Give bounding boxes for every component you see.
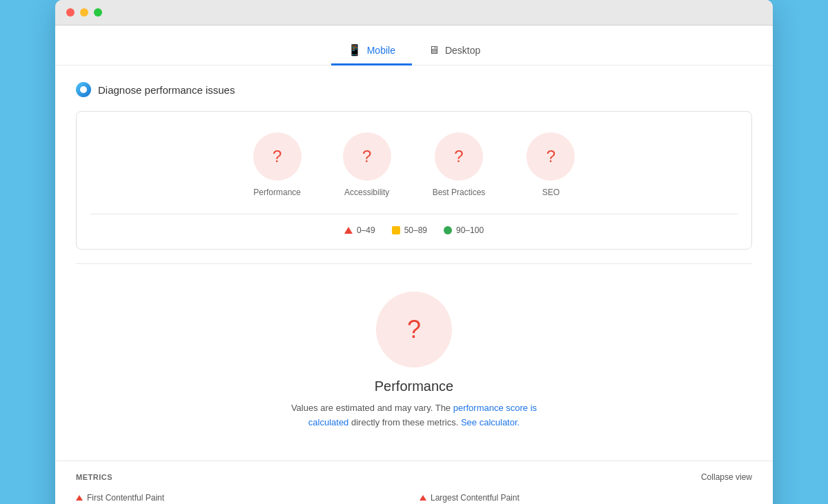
- tab-desktop-label: Desktop: [445, 45, 480, 56]
- browser-window: 📱 Mobile 🖥 Desktop Diagnose performance …: [55, 0, 773, 504]
- performance-section: ? Performance Values are estimated and m…: [76, 278, 752, 444]
- tab-mobile-label: Mobile: [367, 45, 395, 56]
- tabs-container: 📱 Mobile 🖥 Desktop: [55, 26, 773, 65]
- metric-name-lcp: Largest Contentful Paint: [431, 493, 520, 503]
- legend-item-medium: 50–89: [392, 225, 427, 235]
- metric-item-fcp: First Contentful Paint Error!: [76, 493, 408, 504]
- tab-desktop[interactable]: 🖥 Desktop: [412, 37, 497, 65]
- perf-question-symbol: ?: [407, 315, 421, 344]
- perf-desc-middle: directly from these metrics.: [348, 417, 461, 427]
- score-symbol-seo: ?: [546, 147, 555, 166]
- metric-triangle-fcp: [76, 495, 83, 501]
- browser-content: 📱 Mobile 🖥 Desktop Diagnose performance …: [55, 26, 773, 504]
- desktop-icon: 🖥: [428, 44, 440, 57]
- tab-mobile[interactable]: 📱 Mobile: [331, 37, 412, 65]
- legend-row: 0–49 50–89 90–100: [90, 214, 738, 235]
- diagnose-row: Diagnose performance issues: [76, 82, 752, 97]
- main-content: Diagnose performance issues ? Performanc…: [55, 65, 773, 461]
- score-item-performance: ? Performance: [253, 132, 302, 197]
- score-item-best-practices: ? Best Practices: [433, 132, 486, 197]
- score-symbol-accessibility: ?: [362, 147, 371, 166]
- metrics-section: METRICS Collapse view First Contentful P…: [55, 461, 773, 504]
- metrics-section-label: METRICS: [76, 473, 112, 481]
- traffic-light-green[interactable]: [94, 8, 102, 17]
- metrics-grid: First Contentful Paint Error! Largest Co…: [76, 493, 752, 504]
- score-item-seo: ? SEO: [526, 132, 575, 197]
- metrics-header: METRICS Collapse view: [76, 472, 752, 482]
- score-label-best-practices: Best Practices: [433, 188, 486, 197]
- perf-circle-large: ?: [376, 292, 452, 367]
- perf-calculator-link[interactable]: See calculator.: [461, 417, 520, 427]
- legend-square-icon: [392, 226, 400, 234]
- diagnose-icon: [76, 82, 91, 97]
- legend-circle-icon: [444, 226, 452, 234]
- metric-triangle-lcp: [420, 495, 426, 501]
- legend-range-low: 0–49: [357, 225, 375, 235]
- score-symbol-best-practices: ?: [454, 147, 463, 166]
- perf-description: Values are estimated and may vary. The p…: [276, 401, 552, 430]
- metric-name-row-lcp: Largest Contentful Paint: [420, 493, 752, 503]
- traffic-light-yellow[interactable]: [80, 8, 88, 17]
- scores-panel: ? Performance ? Accessibility ?: [76, 111, 752, 250]
- score-symbol-performance: ?: [273, 147, 282, 166]
- score-circle-best-practices: ?: [435, 132, 483, 181]
- legend-range-medium: 50–89: [404, 225, 427, 235]
- diagnose-text: Diagnose performance issues: [98, 84, 235, 96]
- legend-range-high: 90–100: [456, 225, 484, 235]
- perf-desc-before: Values are estimated and may vary. The: [291, 403, 453, 413]
- score-circle-performance: ?: [253, 132, 302, 181]
- score-circle-seo: ?: [526, 132, 575, 181]
- metric-name-row-fcp: First Contentful Paint: [76, 493, 408, 503]
- mobile-icon: 📱: [348, 43, 362, 57]
- metric-item-lcp: Largest Contentful Paint Error!: [420, 493, 752, 504]
- metric-name-fcp: First Contentful Paint: [87, 493, 164, 503]
- score-circle-accessibility: ?: [343, 132, 391, 181]
- traffic-light-red[interactable]: [66, 8, 75, 17]
- perf-title: Performance: [375, 379, 454, 394]
- browser-titlebar: [55, 0, 773, 26]
- divider: [76, 263, 752, 264]
- collapse-view-button[interactable]: Collapse view: [701, 472, 752, 482]
- legend-item-low: 0–49: [344, 225, 375, 235]
- score-circles-row: ? Performance ? Accessibility ?: [90, 132, 738, 197]
- score-label-seo: SEO: [542, 188, 560, 197]
- legend-item-high: 90–100: [444, 225, 484, 235]
- legend-triangle-icon: [344, 227, 353, 234]
- score-label-performance: Performance: [253, 188, 301, 197]
- score-item-accessibility: ? Accessibility: [343, 132, 391, 197]
- score-label-accessibility: Accessibility: [344, 188, 389, 197]
